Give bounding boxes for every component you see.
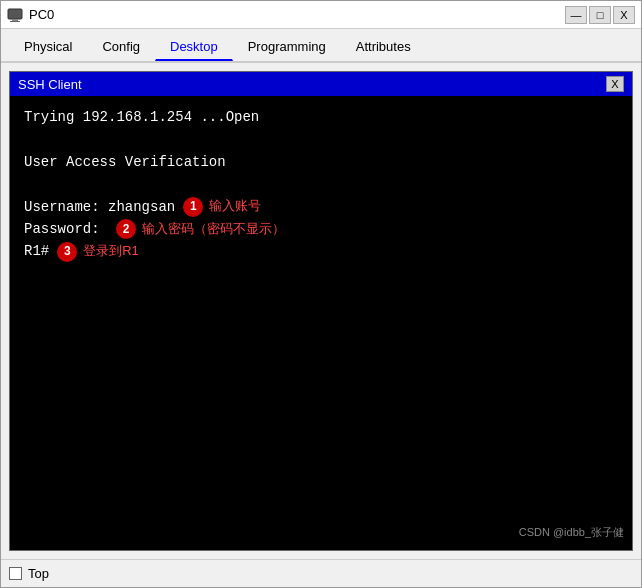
terminal-line-7: R1# 3 登录到R1 [24,240,618,262]
tab-attributes[interactable]: Attributes [341,33,426,61]
badge-2: 2 [116,219,136,239]
terminal: Trying 192.168.1.254 ...Open User Access… [10,96,632,550]
svg-rect-1 [12,19,18,21]
terminal-line-5: Username: zhangsan 1 输入账号 [24,196,618,218]
annotation-3: 登录到R1 [83,241,139,262]
main-window: PC0 — □ X Physical Config Desktop Progra… [0,0,642,588]
tab-programming[interactable]: Programming [233,33,341,61]
tab-config[interactable]: Config [87,33,155,61]
terminal-line-4 [24,173,618,195]
close-button[interactable]: X [613,6,635,24]
terminal-line-2 [24,128,618,150]
watermark: CSDN @idbb_张子健 [519,524,624,542]
terminal-text-3: User Access Verification [24,151,226,173]
terminal-line-6: Password: 2 输入密码（密码不显示） [24,218,618,240]
terminal-text-5: Username: zhangsan [24,196,175,218]
minimize-button[interactable]: — [565,6,587,24]
title-bar: PC0 — □ X [1,1,641,29]
ssh-close-button[interactable]: X [606,76,624,92]
terminal-text-6: Password: [24,218,108,240]
ssh-panel: SSH Client X Trying 192.168.1.254 ...Ope… [9,71,633,551]
ssh-header: SSH Client X [10,72,632,96]
terminal-text-7: R1# [24,240,49,262]
top-checkbox[interactable] [9,567,22,580]
tab-physical[interactable]: Physical [9,33,87,61]
title-bar-left: PC0 [7,7,54,23]
tab-bar: Physical Config Desktop Programming Attr… [1,29,641,63]
svg-rect-0 [8,9,22,19]
svg-rect-2 [10,21,20,22]
annotation-2: 输入密码（密码不显示） [142,219,285,240]
maximize-button[interactable]: □ [589,6,611,24]
terminal-text-1: Trying 192.168.1.254 ...Open [24,106,259,128]
terminal-line-1: Trying 192.168.1.254 ...Open [24,106,618,128]
window-title: PC0 [29,7,54,22]
badge-3: 3 [57,242,77,262]
tab-desktop[interactable]: Desktop [155,33,233,61]
top-label: Top [28,566,49,581]
monitor-icon [7,7,23,23]
badge-1: 1 [183,197,203,217]
bottom-bar: Top [1,559,641,587]
ssh-title: SSH Client [18,77,82,92]
annotation-1: 输入账号 [209,196,261,217]
terminal-line-3: User Access Verification [24,151,618,173]
title-controls: — □ X [565,6,635,24]
